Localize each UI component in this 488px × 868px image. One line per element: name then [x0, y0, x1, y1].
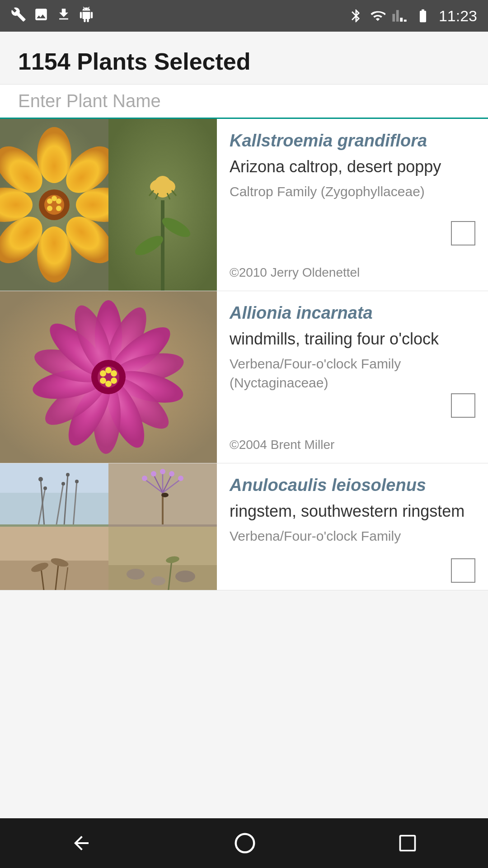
svg-rect-91	[400, 836, 415, 851]
svg-point-21	[154, 176, 172, 198]
svg-point-59	[66, 473, 70, 476]
status-bar: 11:23	[0, 0, 488, 32]
plant-images	[0, 291, 217, 463]
svg-point-70	[151, 471, 156, 476]
svg-point-56	[43, 486, 47, 490]
app-header: 1154 Plants Selected	[0, 32, 488, 85]
plant-family: Verbena/Four-o'clock Family (Nyctaginace…	[230, 354, 475, 392]
android-icon	[79, 7, 94, 25]
status-icons-left	[11, 7, 94, 25]
svg-point-14	[47, 206, 52, 211]
svg-point-57	[38, 477, 43, 481]
svg-point-13	[52, 196, 57, 201]
plant-checkbox[interactable]	[451, 393, 475, 418]
plant-checkbox[interactable]	[451, 558, 475, 583]
search-input[interactable]	[18, 91, 470, 111]
svg-point-60	[75, 480, 79, 483]
plant-item: Kallstroemia grandiflora Arizona caltrop…	[0, 119, 488, 291]
download-icon	[56, 7, 71, 25]
svg-point-74	[161, 493, 169, 497]
status-icons-right: 11:23	[348, 7, 477, 25]
svg-point-1	[37, 127, 71, 183]
svg-point-73	[178, 476, 183, 481]
plant-copyright: ©2010 Jerry Oldenettel	[230, 265, 360, 280]
nav-recent-button[interactable]	[398, 833, 418, 853]
page-title: 1154 Plants Selected	[18, 48, 470, 75]
plant-copyright: ©2004 Brent Miller	[230, 438, 334, 452]
plant-image-2	[108, 463, 217, 527]
wrench-icon	[11, 7, 26, 25]
svg-point-5	[37, 226, 71, 283]
svg-point-46	[100, 377, 106, 384]
plant-common-name: Arizona caltrop, desert poppy	[230, 156, 475, 178]
signal-icon	[392, 8, 407, 24]
svg-point-47	[111, 377, 117, 384]
plant-family: Verbena/Four-o'clock Family	[230, 527, 475, 546]
svg-point-43	[100, 370, 106, 377]
svg-point-69	[142, 476, 147, 481]
svg-rect-50	[0, 463, 108, 493]
bluetooth-icon	[348, 8, 364, 24]
plant-checkbox[interactable]	[451, 221, 475, 245]
svg-point-72	[169, 471, 174, 476]
plant-common-name: ringstem, southwestern ringstem	[230, 501, 475, 522]
plant-images	[0, 119, 217, 291]
svg-point-12	[56, 198, 61, 204]
plant-image-1	[0, 119, 108, 291]
plant-scientific-name: Kallstroemia grandiflora	[230, 130, 475, 152]
svg-point-15	[56, 206, 61, 211]
plant-image-3	[0, 527, 108, 590]
plant-info: Anulocaulis leiosolenus ringstem, southw…	[217, 463, 488, 590]
plant-info: Kallstroemia grandiflora Arizona caltrop…	[217, 119, 488, 291]
plant-common-name: windmills, trailing four o'clock	[230, 329, 475, 350]
svg-point-44	[111, 370, 117, 377]
wifi-icon	[370, 8, 385, 24]
svg-point-71	[160, 469, 165, 474]
nav-home-button[interactable]	[233, 831, 257, 855]
svg-point-90	[236, 834, 254, 853]
svg-point-85	[127, 569, 145, 580]
search-container[interactable]	[0, 85, 488, 119]
nav-bar	[0, 818, 488, 868]
plant-item: Anulocaulis leiosolenus ringstem, southw…	[0, 463, 488, 590]
plant-image-1	[0, 291, 217, 463]
svg-point-45	[105, 367, 112, 373]
status-time: 11:23	[439, 7, 477, 25]
plant-info: Allionia incarnata windmills, trailing f…	[217, 291, 488, 463]
plant-scientific-name: Allionia incarnata	[230, 302, 475, 324]
svg-point-87	[175, 571, 195, 582]
battery-icon	[413, 8, 432, 24]
nav-back-button[interactable]	[70, 832, 92, 854]
svg-rect-77	[0, 561, 108, 590]
image-icon	[33, 7, 49, 25]
svg-point-58	[61, 482, 65, 486]
plant-image-4	[108, 527, 217, 590]
plant-list: Kallstroemia grandiflora Arizona caltrop…	[0, 119, 488, 788]
plant-item: Allionia incarnata windmills, trailing f…	[0, 291, 488, 463]
plant-image-2	[108, 119, 217, 291]
svg-point-11	[47, 198, 52, 204]
plant-family: Caltrop Family (Zygophyllaceae)	[230, 182, 475, 201]
svg-point-86	[151, 576, 165, 585]
plant-image-1	[0, 463, 108, 527]
plant-images	[0, 463, 217, 590]
svg-point-48	[105, 381, 112, 387]
plant-scientific-name: Anulocaulis leiosolenus	[230, 474, 475, 496]
